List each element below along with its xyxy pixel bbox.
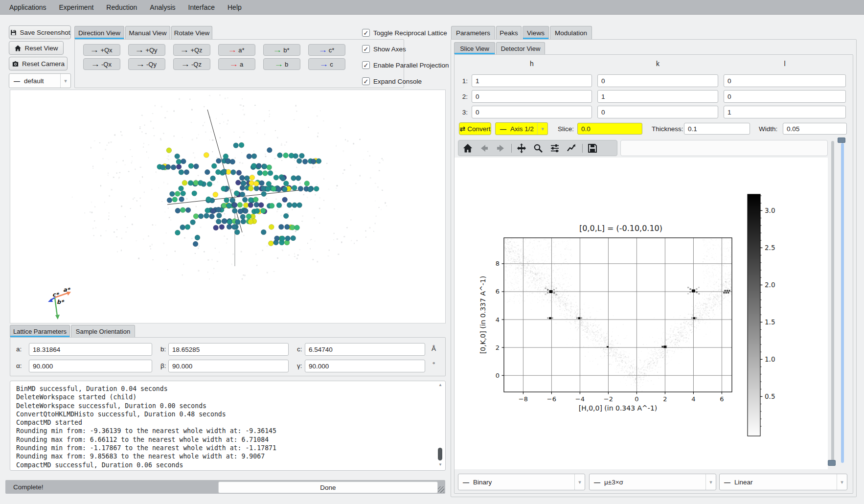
tab-label: Lattice Parameters <box>13 328 67 335</box>
configure-subplots-icon[interactable] <box>549 143 560 154</box>
clim-dropdown[interactable]: — μ±3×σ ▾ <box>589 474 716 490</box>
tab-slice-view[interactable]: Slice View <box>454 42 495 54</box>
min-color-slider-track[interactable] <box>831 141 834 463</box>
direction-button-minusQx[interactable]: →-Qx <box>83 58 120 70</box>
max-color-slider-handle[interactable] <box>838 137 845 143</box>
direction-button-plusQy[interactable]: →+Qy <box>128 44 165 56</box>
tab-rotate-view[interactable]: Rotate View <box>171 26 212 39</box>
projection-2-h[interactable] <box>472 90 592 103</box>
console-scrollbar-thumb[interactable] <box>438 448 442 460</box>
svg-text:0: 0 <box>496 372 500 379</box>
thickness-field[interactable] <box>684 123 750 135</box>
chevron-down-icon: ▾ <box>837 474 847 490</box>
projection-1-h[interactable] <box>472 74 592 87</box>
chevron-down-icon: ▾ <box>60 74 70 88</box>
tab-parameters[interactable]: Parameters <box>451 26 495 39</box>
lattice-beta-field[interactable] <box>168 360 289 372</box>
lattice-gamma-field[interactable] <box>305 360 425 372</box>
progress-label: Done <box>320 484 336 491</box>
projection-3-l[interactable] <box>724 106 846 118</box>
menu-experiment[interactable]: Experiment <box>53 3 100 11</box>
convert-button[interactable]: ⇄ Convert <box>459 122 491 135</box>
zoom-icon[interactable] <box>533 143 544 154</box>
tab-modulation[interactable]: Modulation <box>550 26 592 39</box>
forward-icon[interactable] <box>495 143 506 154</box>
direction-button-minusQz[interactable]: →-Qz <box>173 58 210 70</box>
arrow-icon: → <box>91 61 100 68</box>
svg-text:−8: −8 <box>519 395 528 403</box>
save-icon[interactable] <box>587 143 598 154</box>
projection-3-h[interactable] <box>472 106 592 118</box>
menu-interface[interactable]: Interface <box>182 3 221 11</box>
home-icon[interactable] <box>462 143 473 154</box>
axis-dropdown[interactable]: — Axis 1/2 ▾ <box>495 122 548 135</box>
projection-2-l[interactable] <box>724 90 846 103</box>
projection-3-k[interactable] <box>597 106 718 118</box>
max-color-slider-track[interactable] <box>841 143 844 463</box>
arrow-icon: → <box>181 61 190 68</box>
direction-button-a[interactable]: →a <box>218 58 255 70</box>
direction-button-cstar[interactable]: →c* <box>308 44 345 56</box>
scroll-down-icon[interactable]: ▼ <box>438 462 442 467</box>
reset-camera-button[interactable]: Reset Camera <box>9 57 68 70</box>
lattice-alpha-field[interactable] <box>29 360 152 372</box>
preset-dropdown[interactable]: — default ▾ <box>9 73 71 88</box>
scroll-up-icon[interactable]: ▲ <box>438 383 442 387</box>
tab-direction-view[interactable]: Direction View <box>74 26 124 39</box>
direction-label: -Qz <box>191 61 202 68</box>
menu-reduction[interactable]: Reduction <box>100 3 143 11</box>
tab-lattice-parameters[interactable]: Lattice Parameters <box>10 325 70 337</box>
resize-grip[interactable] <box>438 486 444 493</box>
arrow-icon: → <box>90 46 99 53</box>
tab-views[interactable]: Views <box>523 26 549 39</box>
direction-button-bstar[interactable]: →b* <box>263 44 300 56</box>
checkbox[interactable]: ✓ <box>362 29 370 37</box>
reset-view-button[interactable]: Reset View <box>9 41 64 55</box>
direction-button-minusQy[interactable]: →-Qy <box>128 58 165 70</box>
save-screenshot-label: Save Screenshot <box>20 29 70 36</box>
pan-icon[interactable] <box>516 143 527 154</box>
menu-help[interactable]: Help <box>221 3 248 11</box>
3d-reciprocal-viewport[interactable]: a* c* b* <box>10 90 446 323</box>
checkbox[interactable]: ✓ <box>362 45 370 53</box>
direction-label: +Qz <box>190 46 202 54</box>
direction-button-plusQx[interactable]: →+Qx <box>83 44 120 56</box>
scale-dropdown[interactable]: — Linear ▾ <box>719 474 847 490</box>
checkbox[interactable]: ✓ <box>362 77 370 85</box>
tab-manual-view[interactable]: Manual View <box>125 26 170 39</box>
min-color-slider-handle[interactable] <box>828 460 836 466</box>
menu-applications[interactable]: Applications <box>3 3 53 11</box>
slice-field[interactable] <box>577 123 642 135</box>
slice-plot-canvas[interactable]: −8−6−4−2024602468[H,0,0] (in 0.343 A^-1)… <box>455 158 828 469</box>
width-field[interactable] <box>783 123 847 135</box>
menu-analysis[interactable]: Analysis <box>143 3 182 11</box>
row-label-3: 3: <box>457 109 468 116</box>
projection-1-k[interactable] <box>597 74 718 87</box>
direction-button-astar[interactable]: →a* <box>218 44 255 56</box>
svg-text:3.0: 3.0 <box>765 206 775 214</box>
lattice-a-field[interactable] <box>29 343 152 356</box>
checkbox[interactable]: ✓ <box>362 61 370 69</box>
colormap-dropdown[interactable]: — Binary ▾ <box>458 474 585 490</box>
direction-label: a* <box>238 46 244 54</box>
projection-1-l[interactable] <box>724 74 846 87</box>
lattice-c-field[interactable] <box>305 343 425 356</box>
svg-text:0.5: 0.5 <box>765 392 775 400</box>
tab-detector-view[interactable]: Detector View <box>496 42 545 54</box>
back-icon[interactable] <box>479 143 490 154</box>
direction-button-b[interactable]: →b <box>263 58 300 70</box>
lattice-alpha-label: α: <box>16 362 22 369</box>
arrow-icon: → <box>274 61 283 68</box>
svg-text:[H,0,0] (in 0.343 A^-1): [H,0,0] (in 0.343 A^-1) <box>579 404 658 412</box>
projection-2-k[interactable] <box>597 90 718 103</box>
tab-sample-orientation[interactable]: Sample Orientation <box>71 325 135 337</box>
customize-plot-icon[interactable] <box>566 143 577 154</box>
console-log[interactable]: BinMD successful, Duration 0.04 seconds … <box>10 381 446 471</box>
tab-peaks[interactable]: Peaks <box>496 26 522 39</box>
plot-toolbar <box>458 140 617 156</box>
lattice-b-field[interactable] <box>168 343 289 356</box>
direction-button-c[interactable]: →c <box>308 58 345 70</box>
option-expand-console: ✓Expand Console <box>362 77 422 86</box>
direction-button-plusQz[interactable]: →+Qz <box>173 44 210 56</box>
save-screenshot-button[interactable]: Save Screenshot <box>9 25 71 39</box>
